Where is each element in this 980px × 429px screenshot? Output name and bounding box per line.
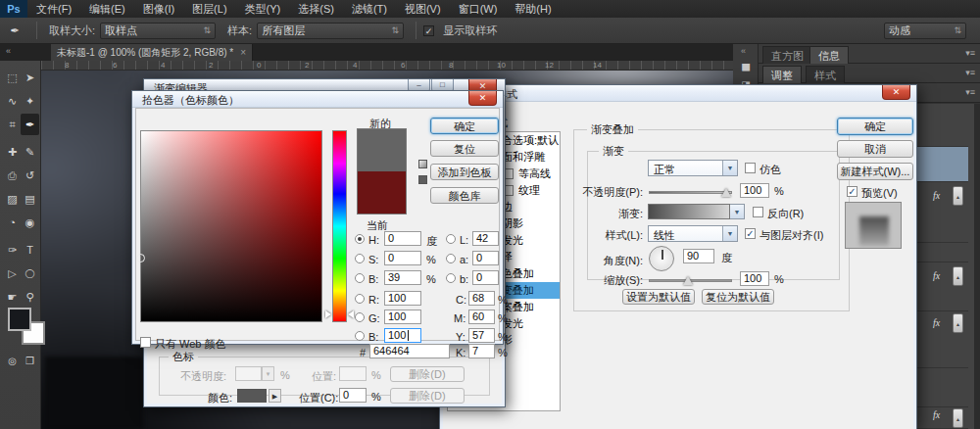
layer-row[interactable]: fx ▴	[917, 182, 968, 243]
fx-collapse-icon[interactable]: ▴	[953, 408, 963, 428]
lasso-tool[interactable]: ∿	[3, 90, 22, 112]
fx-collapse-icon[interactable]: ▴	[953, 266, 963, 286]
a-field[interactable]: 0	[472, 251, 499, 265]
k-field[interactable]: 7	[468, 344, 495, 358]
menu-layer[interactable]: 图层(L)	[183, 0, 235, 18]
g-radio[interactable]	[355, 312, 365, 322]
foreground-color-swatch[interactable]	[8, 308, 31, 331]
preview-checkbox[interactable]: ✓	[847, 186, 858, 197]
sample-select[interactable]: 所有图层 ⇅	[257, 23, 404, 39]
panel-menu-icon[interactable]: ▾≡	[965, 68, 975, 77]
layer-row[interactable]: fx ▴	[917, 407, 968, 429]
h-field[interactable]: 0	[384, 231, 421, 246]
angle-dial[interactable]	[649, 246, 674, 271]
gradient-picker-arrow[interactable]: ▼	[730, 204, 745, 219]
workspace-select[interactable]: 动感 ⇅	[884, 23, 966, 39]
fx-badge[interactable]: fx	[933, 317, 940, 328]
style-select[interactable]: 线性 ▼	[648, 225, 738, 242]
fx-collapse-icon[interactable]: ▴	[953, 186, 963, 206]
stop-location-c-field[interactable]: 0	[339, 388, 367, 403]
hue-slider[interactable]	[332, 130, 347, 322]
b-radio[interactable]	[355, 273, 365, 283]
web-only-checkbox[interactable]	[140, 337, 151, 348]
color-picker-close-button[interactable]: ✕	[468, 91, 497, 106]
menu-window[interactable]: 窗口(W)	[450, 0, 507, 18]
color-field-marker[interactable]	[136, 254, 145, 262]
scale-slider-thumb[interactable]	[683, 276, 693, 285]
dodge-tool[interactable]: ◔	[3, 212, 22, 233]
tab-styles[interactable]: 样式	[806, 66, 845, 83]
dither-checkbox[interactable]	[745, 163, 756, 173]
menu-file[interactable]: 文件(F)	[27, 0, 80, 18]
rect-marquee-tool[interactable]: ⬚	[3, 67, 22, 88]
layer-style-ok-button[interactable]: 确定	[837, 118, 913, 135]
r-radio[interactable]	[355, 294, 365, 304]
layer-row[interactable]	[917, 368, 968, 407]
blue-radio[interactable]	[355, 331, 365, 341]
lab-b-radio[interactable]	[446, 273, 456, 283]
layer-row[interactable]: fx ▴	[917, 311, 968, 368]
eyedropper-tool-icon[interactable]: ✒	[0, 24, 29, 37]
brush-tool[interactable]: ✎	[21, 141, 39, 163]
l-radio[interactable]	[446, 234, 456, 244]
hand-tool[interactable]: ☛	[3, 286, 22, 308]
hue-arrow-right-icon[interactable]	[348, 310, 354, 318]
hue-arrow-left-icon[interactable]	[325, 310, 331, 318]
tab-info[interactable]: 信息	[809, 46, 849, 64]
collapse-dock-icon[interactable]: «	[741, 46, 746, 56]
overlay-opacity-slider-thumb[interactable]	[721, 188, 731, 197]
scale-field[interactable]: 100	[740, 271, 769, 286]
fx-badge[interactable]: fx	[933, 190, 940, 201]
histogram-panel-icon[interactable]: ▅	[738, 58, 754, 73]
stop-location-field[interactable]	[339, 366, 367, 381]
reverse-checkbox[interactable]	[753, 207, 763, 217]
y-field[interactable]: 57	[468, 328, 495, 343]
set-default-button[interactable]: 设置为默认值	[622, 289, 695, 305]
color-libraries-button[interactable]: 颜色库	[430, 187, 499, 204]
s-radio[interactable]	[355, 254, 365, 263]
g-field[interactable]: 100	[384, 310, 421, 324]
blur-tool[interactable]: ◉	[21, 212, 39, 233]
menu-view[interactable]: 视图(V)	[396, 0, 450, 18]
stop-color-arrow[interactable]: ▶	[269, 389, 281, 403]
crop-tool[interactable]: ⌗	[3, 114, 22, 135]
fx-badge[interactable]: fx	[933, 270, 940, 281]
h-radio[interactable]	[355, 234, 365, 244]
collapse-tabs-icon[interactable]: «	[6, 46, 11, 56]
panel-menu-icon[interactable]: ▾≡	[965, 87, 975, 97]
reset-default-button[interactable]: 复位为默认值	[702, 289, 774, 305]
color-picker-titlebar[interactable]: 拾色器（色标颜色）	[132, 91, 503, 108]
s-field[interactable]: 0	[384, 251, 421, 265]
new-style-button[interactable]: 新建样式(W)...	[837, 163, 913, 180]
tab-adjustments[interactable]: 调整	[762, 66, 802, 83]
stop-opacity-spinner[interactable]: ▾	[262, 366, 274, 381]
clone-stamp-tool[interactable]: ⎙	[3, 165, 22, 186]
shape-tool[interactable]: ◯	[21, 262, 39, 284]
sample-size-select[interactable]: 取样点 ⇅	[100, 23, 216, 39]
document-tab[interactable]: 未标题-1 @ 100% (圆角矩形 2, RGB/8) * ×	[51, 44, 253, 61]
layer-row[interactable]	[917, 243, 968, 262]
overlay-opacity-slider[interactable]	[649, 191, 732, 194]
layer-style-titlebar[interactable]: 图层样式	[440, 85, 916, 102]
panel-menu-icon[interactable]: ▾≡	[965, 48, 975, 58]
m-field[interactable]: 60	[468, 310, 495, 324]
menu-filter[interactable]: 滤镜(T)	[343, 0, 396, 18]
layers-scrollbar[interactable]	[974, 104, 980, 429]
angle-field[interactable]: 90	[683, 249, 714, 263]
a-radio[interactable]	[446, 254, 456, 263]
tab-close-icon[interactable]: ×	[240, 44, 246, 61]
blend-mode-select[interactable]: 正常 ▼	[648, 160, 738, 176]
color-field[interactable]	[140, 130, 322, 322]
lab-b-field[interactable]: 0	[472, 270, 499, 285]
picker-reset-button[interactable]: 复位	[430, 140, 499, 157]
eyedropper-tool[interactable]: ✒	[21, 114, 39, 135]
blue-field[interactable]: 100	[384, 328, 421, 343]
add-to-swatches-button[interactable]: 添加到色板	[430, 164, 499, 180]
menu-type[interactable]: 类型(Y)	[236, 0, 290, 18]
healing-brush-tool[interactable]: ✚	[3, 141, 22, 163]
non-websafe-swatch[interactable]	[418, 175, 427, 184]
layer-style-close-button[interactable]: ✕	[882, 85, 910, 100]
non-websafe-cube-icon[interactable]	[418, 160, 427, 168]
type-tool[interactable]: T	[21, 239, 39, 261]
stop-color-swatch[interactable]	[237, 389, 267, 403]
